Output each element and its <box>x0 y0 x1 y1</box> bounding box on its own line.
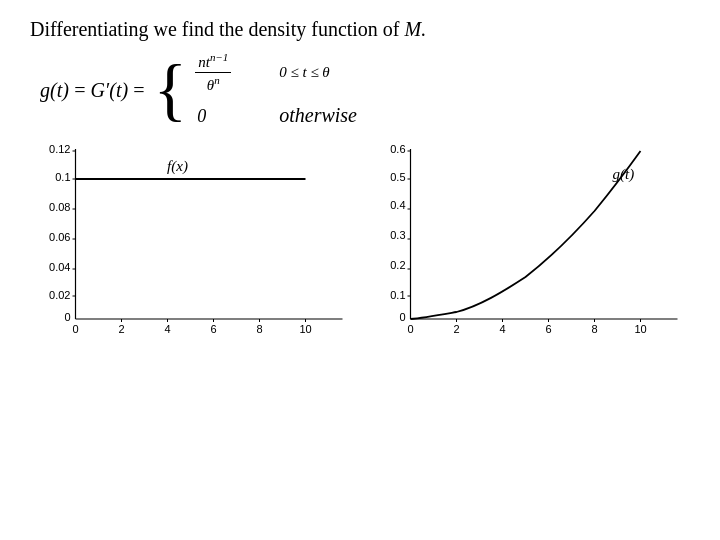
case1-numerator: ntn−1 <box>195 51 231 73</box>
svg-text:0: 0 <box>64 311 70 323</box>
case2-expr: 0 <box>193 106 263 127</box>
svg-text:0: 0 <box>72 323 78 335</box>
svg-text:2: 2 <box>453 323 459 335</box>
svg-text:0.06: 0.06 <box>49 231 70 243</box>
formula-section: g(t) = G′(t) = { ntn−1 θn 0 ≤ t ≤ θ 0 ot… <box>40 51 690 129</box>
svg-text:0.5: 0.5 <box>390 171 405 183</box>
svg-text:0.2: 0.2 <box>390 259 405 271</box>
svg-text:f(x): f(x) <box>167 158 188 175</box>
svg-text:0.1: 0.1 <box>390 289 405 301</box>
svg-text:10: 10 <box>299 323 311 335</box>
svg-text:2: 2 <box>118 323 124 335</box>
svg-text:0.02: 0.02 <box>49 289 70 301</box>
title-var: M. <box>405 18 427 40</box>
svg-text:8: 8 <box>591 323 597 335</box>
chart-left: 0.12 0.1 0.08 0.06 0.04 0.02 0 0 2 4 6 <box>30 141 355 351</box>
svg-text:4: 4 <box>499 323 505 335</box>
chart-left-svg: 0.12 0.1 0.08 0.06 0.04 0.02 0 0 2 4 6 <box>30 141 355 351</box>
svg-text:6: 6 <box>545 323 551 335</box>
case1-denominator: θn <box>204 73 223 94</box>
case1-expr: ntn−1 θn <box>193 51 263 94</box>
svg-text:0.12: 0.12 <box>49 143 70 155</box>
cases-table: ntn−1 θn 0 ≤ t ≤ θ 0 otherwise <box>193 51 357 129</box>
case1-fraction: ntn−1 θn <box>195 51 231 94</box>
page-title: Differentiating we find the density func… <box>30 18 690 41</box>
svg-text:0.3: 0.3 <box>390 229 405 241</box>
svg-text:6: 6 <box>210 323 216 335</box>
case-row-2: 0 otherwise <box>193 104 357 129</box>
svg-text:0: 0 <box>407 323 413 335</box>
title-text: Differentiating we find the density func… <box>30 18 405 40</box>
brace-symbol: { <box>154 55 188 125</box>
svg-text:0.08: 0.08 <box>49 201 70 213</box>
page: Differentiating we find the density func… <box>0 0 720 540</box>
charts-row: 0.12 0.1 0.08 0.06 0.04 0.02 0 0 2 4 6 <box>30 141 690 351</box>
svg-text:g(t): g(t) <box>613 166 635 183</box>
chart-right: 0.6 0.5 0.4 0.3 0.2 0.1 0 0 2 4 6 8 <box>365 141 690 351</box>
svg-text:10: 10 <box>634 323 646 335</box>
formula-lhs: g(t) = G′(t) = <box>40 79 146 102</box>
chart-right-svg: 0.6 0.5 0.4 0.3 0.2 0.1 0 0 2 4 6 8 <box>365 141 690 351</box>
otherwise-label: otherwise <box>279 104 357 129</box>
svg-text:0.04: 0.04 <box>49 261 70 273</box>
svg-text:0.4: 0.4 <box>390 199 405 211</box>
svg-text:0.1: 0.1 <box>55 171 70 183</box>
svg-text:0: 0 <box>399 311 405 323</box>
svg-text:8: 8 <box>256 323 262 335</box>
svg-text:4: 4 <box>164 323 170 335</box>
case1-condition: 0 ≤ t ≤ θ <box>279 64 330 81</box>
svg-text:0.6: 0.6 <box>390 143 405 155</box>
case-row-1: ntn−1 θn 0 ≤ t ≤ θ <box>193 51 357 94</box>
